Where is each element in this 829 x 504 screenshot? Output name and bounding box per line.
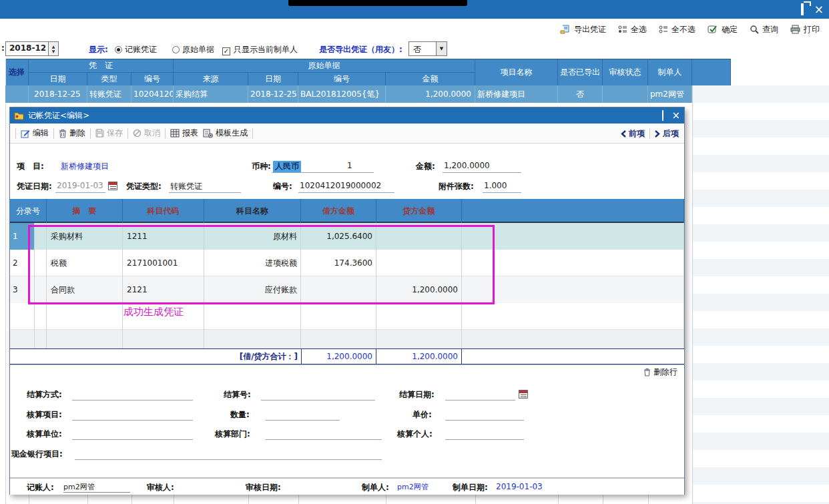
entry-no[interactable]: 2: [10, 250, 35, 276]
spinner-arrows-icon[interactable]: ▲▼: [48, 42, 58, 55]
grid-line: [386, 495, 386, 504]
cell-exported[interactable]: 否: [558, 85, 603, 103]
voucher-type-value[interactable]: 转账凭证: [170, 181, 202, 192]
entry-row-empty[interactable]: [10, 303, 684, 330]
totals-credit: 1,200.0000: [376, 349, 462, 364]
price-input[interactable]: [445, 420, 524, 421]
table-row-selected[interactable]: 2018-12-25 转账凭证 10204120180 采购结算 2018-12…: [5, 85, 692, 103]
qty-input[interactable]: [266, 420, 340, 421]
confirm-button[interactable]: 确定: [708, 24, 738, 35]
entry-debit[interactable]: 174.3600: [301, 250, 376, 276]
settle-date-input[interactable]: [445, 400, 515, 401]
settle-no-input[interactable]: [261, 400, 375, 401]
entry-row-1[interactable]: 1 采购材料 1211 原材料 1,025.6400: [10, 223, 684, 250]
cell-creator[interactable]: pm2网管: [648, 85, 692, 103]
acct-unit-input[interactable]: [72, 439, 193, 440]
calendar-icon[interactable]: [108, 182, 117, 190]
cell-amount[interactable]: 1,200.0000: [386, 85, 475, 103]
cell-source[interactable]: 采购结算: [174, 85, 248, 103]
edit-button[interactable]: 编辑: [21, 128, 49, 139]
search-button[interactable]: 查询: [750, 24, 778, 35]
calendar-icon[interactable]: [519, 390, 528, 399]
chevron-left-icon: [621, 130, 626, 138]
edit-label: 编辑: [33, 128, 49, 139]
period-prefix: :: [1, 43, 5, 53]
entry-name[interactable]: 原材料: [204, 223, 301, 250]
period-spinner[interactable]: 2018-12 ▲▼: [5, 41, 59, 56]
entry-no[interactable]: 3: [10, 276, 35, 303]
background-row-stripes: [692, 85, 829, 504]
cell-audit-status[interactable]: [603, 85, 648, 103]
grid-line: [131, 495, 132, 504]
entry-credit[interactable]: [376, 223, 462, 250]
currency-rate[interactable]: 1: [347, 161, 352, 170]
chevron-down-icon[interactable]: ▼: [436, 42, 447, 55]
entry-code[interactable]: 1211: [123, 223, 204, 250]
entry-row-empty[interactable]: [10, 330, 684, 348]
app-toolbar: 导出凭证 全选 全不选 确定 查询 打印: [0, 19, 829, 40]
dialog-close-icon[interactable]: ×: [671, 111, 680, 121]
search-label: 查询: [762, 24, 778, 35]
voucher-date-value[interactable]: 2019-01-03: [57, 181, 103, 190]
entry-name[interactable]: 进项税额: [204, 250, 301, 276]
cell-voucher-type[interactable]: 转账凭证: [87, 85, 131, 103]
print-button[interactable]: 打印: [790, 24, 820, 35]
delete-row-button[interactable]: 删除行: [643, 366, 677, 378]
delete-button[interactable]: 删除: [59, 128, 85, 139]
deselect-all-button[interactable]: 全不选: [659, 24, 696, 35]
entry-name[interactable]: 应付账款: [204, 276, 301, 303]
prev-item-button[interactable]: 前项: [621, 128, 645, 140]
dialog-window-controls: ×: [654, 107, 680, 123]
cell-voucher-no[interactable]: 10204120180: [131, 85, 174, 103]
entry-summary[interactable]: 合同款: [47, 276, 123, 303]
amount-value[interactable]: 1,200.0000: [444, 161, 490, 170]
entry-code[interactable]: 2121: [123, 276, 204, 303]
cell-original-no[interactable]: BAL201812005{笔}: [298, 85, 386, 103]
entry-debit[interactable]: [301, 276, 376, 303]
cell-voucher-date[interactable]: 2018-12-25: [29, 85, 87, 103]
bookkeeper-value[interactable]: pm2网管: [63, 482, 130, 493]
currency-value[interactable]: 人民币: [273, 161, 301, 172]
entry-code[interactable]: 2171001001: [123, 250, 204, 276]
dialog-titlebar[interactable]: 记帐凭证<编辑> ×: [10, 107, 684, 123]
voucher-type-label: 凭证类型:: [126, 181, 162, 192]
voucher-no-value[interactable]: 1020412019000002: [300, 181, 381, 190]
acct-dept-input[interactable]: [266, 439, 382, 440]
entry-credit[interactable]: [376, 250, 462, 276]
settle-method-input[interactable]: [72, 400, 193, 401]
grid-line: [248, 495, 249, 504]
cell-select[interactable]: [5, 85, 29, 103]
group-original: 原始单据: [174, 59, 475, 73]
entry-credit[interactable]: 1,200.0000: [376, 276, 462, 303]
period-value[interactable]: 2018-12: [6, 42, 48, 55]
radio-original[interactable]: 原始单据: [172, 44, 214, 55]
export-voucher-button[interactable]: 导出凭证: [559, 24, 606, 35]
voucher-date-underline: [55, 192, 105, 193]
next-item-button[interactable]: 后项: [655, 128, 679, 140]
entry-row-2[interactable]: 2 税额 2171001001 进项税额 174.3600: [10, 250, 684, 276]
separator: [252, 128, 253, 139]
project-value[interactable]: 新桥修建项目: [61, 161, 109, 172]
cash-bank-input[interactable]: [75, 459, 382, 460]
entry-row-3[interactable]: 3 合同款 2121 应付账款 1,200.0000: [10, 276, 684, 303]
entry-no[interactable]: 1: [10, 223, 35, 250]
main-table-header: 选择 凭 证 日期 类型 编号 原始单据 来源 日期 编号 金额 项目名称 是否…: [5, 59, 731, 85]
acct-item-input[interactable]: [72, 420, 193, 421]
acct-person-input[interactable]: [445, 439, 524, 440]
radio-voucher[interactable]: 记账凭证: [115, 44, 157, 55]
only-current-checkbox[interactable]: ✓只显示当前制单人: [222, 44, 298, 55]
attachments-value[interactable]: 1.000: [484, 181, 507, 190]
cell-project[interactable]: 新桥修建项目: [475, 85, 558, 103]
entry-summary[interactable]: 采购材料: [47, 223, 123, 250]
restore-icon[interactable]: [801, 5, 804, 14]
export-dropdown[interactable]: 否 ▼: [408, 41, 447, 56]
select-all-button[interactable]: 全选: [618, 24, 647, 35]
close-icon[interactable]: ×: [814, 4, 824, 15]
entry-debit[interactable]: 1,025.6400: [301, 223, 376, 250]
dialog-maximize-icon[interactable]: [662, 111, 663, 120]
next-item-label: 后项: [663, 128, 679, 140]
entry-summary[interactable]: 税额: [47, 250, 123, 276]
report-button[interactable]: 报表: [170, 128, 198, 139]
template-generate-button[interactable]: 模板生成: [203, 128, 248, 139]
cell-original-date[interactable]: 2018-12-25: [248, 85, 298, 103]
